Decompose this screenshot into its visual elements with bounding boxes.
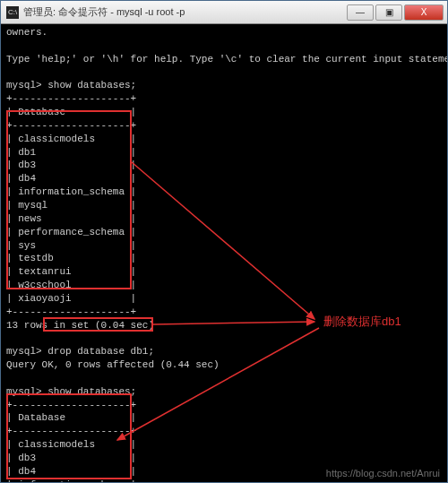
- titlebar[interactable]: C:\ 管理员: 命令提示符 - mysql -u root -p — ▣ X: [1, 1, 447, 24]
- annotation-label: 删除数据库db1: [323, 314, 401, 330]
- window-title: 管理员: 命令提示符 - mysql -u root -p: [23, 5, 345, 19]
- terminal-content[interactable]: owners. Type 'help;' or '\h' for help. T…: [1, 24, 447, 482]
- terminal-window: C:\ 管理员: 命令提示符 - mysql -u root -p — ▣ X …: [0, 0, 448, 483]
- maximize-button[interactable]: ▣: [375, 4, 402, 21]
- close-button[interactable]: X: [404, 4, 444, 21]
- watermark: https://blog.csdn.net/Anrui: [326, 468, 440, 479]
- window-controls: — ▣ X: [345, 4, 444, 21]
- cmd-icon: C:\: [6, 6, 19, 19]
- minimize-button[interactable]: —: [347, 4, 374, 21]
